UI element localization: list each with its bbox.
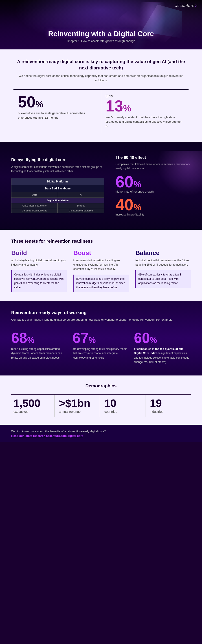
platform-data: Data [11, 192, 58, 198]
section1-subtext: We define the digital core as the critic… [13, 74, 189, 82]
tenets-heading: Three tenets for reinvention readiness [11, 239, 191, 244]
hero-subtitle: Chapter 1: How to accelerate growth thro… [67, 39, 135, 43]
stat-number-50: 50% [18, 94, 97, 110]
demystify-heading: Demystifying the digital core [11, 158, 104, 162]
footer: Want to know more about the benefits of … [0, 425, 202, 442]
section1-heading: A reinvention-ready digital core is key … [13, 58, 189, 71]
hero-title: Reinventing with a Digital Core [48, 30, 154, 38]
demo-number-industries: 19 [150, 398, 189, 409]
ways-heading: Reinvention-ready ways of working [11, 310, 191, 315]
demographics-heading: Demographics [11, 383, 191, 388]
ways-stats-grid: 68% report building strong capabilities … [11, 328, 191, 366]
demo-countries: 10 countries [102, 394, 145, 417]
demo-label-revenue: annual revenue [59, 410, 98, 414]
stat-item-50: 50% of executives aim to scale generativ… [13, 90, 101, 133]
platform-composable: Composable Integration [58, 208, 104, 213]
demo-revenue: >$1bn annual revenue [57, 394, 100, 417]
platform-row-1: Digital Platforms [11, 178, 104, 185]
ways-number-67: 67% [72, 331, 129, 345]
stats-section-1: A reinvention-ready digital core is key … [0, 50, 202, 142]
platform-row-2: Data & AI Backbone [11, 185, 104, 192]
tenet-build-desc: an industry-leading digital core tailore… [11, 258, 67, 267]
ways-number-68: 68% [11, 331, 68, 345]
effect-heading: The 60:40 effect [116, 155, 193, 160]
ways-desc-68: report building strong capabilities arou… [11, 347, 68, 360]
demo-executives: 1,500 executives [11, 394, 54, 417]
tenet-balance-desc: technical debt with investments for the … [135, 258, 191, 267]
stat-60: 60% [116, 174, 193, 190]
demystify-text: A digital core fit for continuous reinve… [11, 165, 104, 174]
stats-row: 50% of executives aim to scale generativ… [13, 89, 189, 133]
digital-core-right: The 60:40 effect Companies that followed… [111, 151, 202, 221]
tenet-boost-desc: investments in innovation, including re-… [73, 258, 129, 272]
demo-label-executives: executives [13, 410, 52, 414]
stat-item-13: Only 13% are "extremely confident" that … [101, 90, 189, 133]
ways-desc-67: are developing strong multi-disciplinary… [72, 347, 129, 360]
stat-40-desc: increase in profitability [116, 213, 193, 216]
ways-stat-67: 67% are developing strong multi-discipli… [72, 328, 129, 366]
platform-security: Security [58, 203, 104, 208]
tenets-grid: Build an industry-leading digital core t… [11, 250, 191, 292]
footer-link[interactable]: Read our latest research accenture.com/d… [11, 434, 191, 438]
hero-section: accenture Reinventing with a Digital Cor… [0, 0, 202, 50]
stat-60-desc: higher rate of revenue growth [116, 190, 193, 193]
effect-text: Companies that followed three tenets to … [116, 162, 193, 170]
ways-section: Reinvention-ready ways of working Compan… [0, 301, 202, 376]
platform-grid: Cloud-first Infrastructure Security Cont… [11, 203, 104, 213]
tenet-balance: Balance technical debt with investments … [135, 250, 191, 292]
demographics-section: Demographics 1,500 executives >$1bn annu… [0, 376, 202, 425]
ways-stat-68: 68% report building strong capabilities … [11, 328, 68, 366]
ways-stat-60: 60% of companies in the top quartile of … [134, 328, 191, 366]
demo-number-revenue: >$1bn [59, 398, 98, 409]
demo-label-countries: countries [104, 410, 143, 414]
tenet-build-highlight: Companies with industry-leading digital … [11, 270, 67, 292]
platform-continuum: Continuum Control Plane [11, 208, 58, 213]
tenet-build: Build an industry-leading digital core t… [11, 250, 67, 292]
platform-ai: AI [58, 192, 104, 198]
stat-40: 40% [116, 196, 193, 213]
platform-diagram: Digital Platforms Data & AI Backbone Dat… [11, 178, 104, 213]
platform-cloud: Cloud-first Infrastructure [11, 203, 58, 208]
tenet-balance-title: Balance [135, 250, 191, 256]
demo-number-1500: 1,500 [13, 398, 52, 409]
stat-number-13: 13% [106, 98, 184, 114]
platform-split-data-ai: Data AI [11, 192, 104, 198]
demo-industries: 19 industries [148, 394, 191, 417]
ways-desc-60: of companies in the top quartile of our … [134, 347, 191, 364]
stat-desc-50: of executives aim to scale generative AI… [18, 111, 97, 120]
tenet-boost-highlight: 80% of companies are likely to grow thei… [73, 274, 129, 292]
tenet-boost-title: Boost [73, 250, 129, 256]
demographics-grid: 1,500 executives >$1bn annual revenue 10… [11, 394, 191, 417]
demo-label-industries: industries [150, 410, 189, 414]
ways-subtext: Companies with industry-leading digital … [11, 318, 191, 322]
footer-text: Want to know more about the benefits of … [11, 430, 191, 433]
tenets-section: Three tenets for reinvention readiness B… [0, 230, 202, 301]
tenet-build-title: Build [11, 250, 67, 256]
accenture-logo: accenture [175, 3, 198, 8]
platform-foundation: Digital Foundation [11, 198, 104, 203]
demo-number-countries: 10 [104, 398, 143, 409]
tenet-boost: Boost investments in innovation, includi… [73, 250, 129, 292]
ways-number-60: 60% [134, 331, 191, 345]
tenet-balance-highlight: 41% of companies cite AI as a top 3 cont… [135, 270, 191, 288]
stat-desc-13: are "extremely confident" that they have… [106, 115, 184, 128]
digital-core-left: Demystifying the digital core A digital … [0, 151, 111, 221]
digital-core-section: Demystifying the digital core A digital … [0, 142, 202, 230]
